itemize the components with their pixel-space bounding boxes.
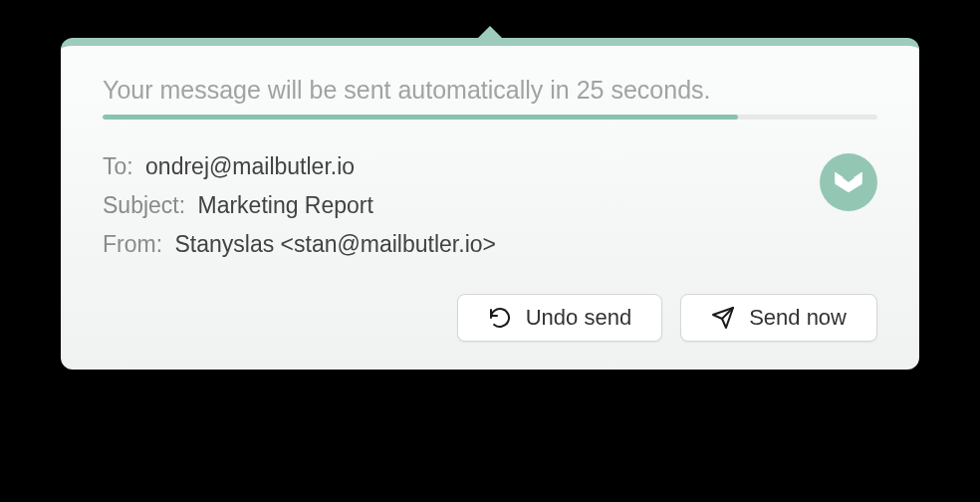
subject-label: Subject: [103, 192, 185, 218]
countdown-progress [103, 115, 877, 120]
from-row: From: Stanyslas <stan@mailbutler.io> [103, 225, 877, 264]
mailbutler-logo-icon [820, 153, 877, 211]
to-row: To: ondrej@mailbutler.io [103, 147, 877, 186]
email-details: To: ondrej@mailbutler.io Subject: Market… [103, 147, 877, 264]
to-label: To: [103, 153, 133, 179]
popover-body: Your message will be sent automatically … [61, 38, 919, 370]
to-value: ondrej@mailbutler.io [145, 153, 355, 179]
paper-plane-icon [711, 306, 735, 330]
undo-send-popover: Your message will be sent automatically … [61, 38, 919, 370]
popover-arrow [476, 26, 504, 40]
subject-value: Marketing Report [198, 192, 373, 218]
send-now-label: Send now [749, 305, 847, 331]
from-label: From: [103, 231, 162, 257]
from-value: Stanyslas <stan@mailbutler.io> [174, 231, 496, 257]
status-message: Your message will be sent automatically … [103, 76, 877, 105]
send-now-button[interactable]: Send now [680, 294, 877, 342]
undo-send-label: Undo send [526, 305, 631, 331]
action-buttons: Undo send Send now [103, 294, 877, 342]
subject-row: Subject: Marketing Report [103, 186, 877, 225]
countdown-progress-fill [103, 115, 738, 120]
undo-send-button[interactable]: Undo send [457, 294, 662, 342]
refresh-ccw-icon [488, 306, 512, 330]
